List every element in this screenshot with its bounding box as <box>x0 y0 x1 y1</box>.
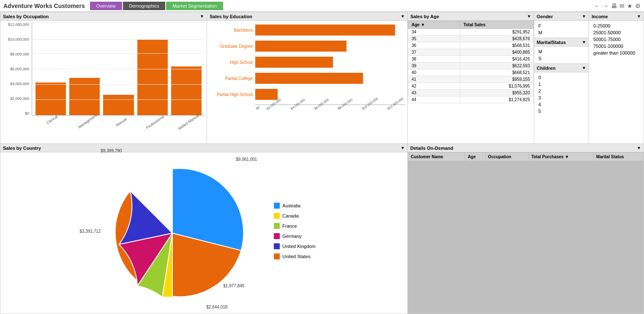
age-table-row[interactable]: 35$428,676 <box>408 36 534 42</box>
age-table-row[interactable]: 42$1,076,995 <box>408 83 534 90</box>
details-col-occupation[interactable]: Occupation <box>485 153 528 161</box>
tab-market-segmentation[interactable]: Market Segmentation <box>166 2 223 10</box>
pie-chart-svg <box>92 153 253 314</box>
legend-item-germany[interactable]: Germany <box>274 233 315 239</box>
sales-by-age-panel: Sales by Age ▼ Age ▼ Total Sales 34$291,… <box>408 12 534 143</box>
bar-professional[interactable] <box>137 39 168 115</box>
favorite-icon[interactable]: ★ <box>627 3 633 9</box>
sales-cell: $400,885 <box>460 49 533 56</box>
legend-item-uk[interactable]: United Kingdom <box>274 243 315 249</box>
legend-color-canada <box>274 213 280 219</box>
occupation-toggle[interactable]: ▼ <box>200 14 204 19</box>
sales-col-header[interactable]: Total Sales <box>460 21 533 29</box>
children-item[interactable]: 1 <box>538 81 585 88</box>
gender-item-m[interactable]: M <box>538 29 585 36</box>
legend-item-france[interactable]: France <box>274 223 315 229</box>
age-table-row[interactable]: 40$668,521 <box>408 69 534 76</box>
details-on-demand-panel: Details On-Demand ▼ Customer Name Age Oc… <box>408 144 644 314</box>
hbar-grad-row: Graduate Degree <box>255 40 406 52</box>
marital-header: MaritalStatus ▼ <box>534 38 589 47</box>
age-table-row[interactable]: 43$955,320 <box>408 90 534 96</box>
legend-item-usa[interactable]: United States <box>274 253 315 259</box>
income-item[interactable]: greater than 100000 <box>592 50 640 56</box>
children-item[interactable]: 2 <box>538 88 585 94</box>
bar-skilled-manual[interactable] <box>171 66 202 115</box>
bar-management[interactable] <box>69 78 100 115</box>
age-table-row[interactable]: 36$568,531 <box>408 42 534 49</box>
age-table-row[interactable]: 38$416,426 <box>408 56 534 63</box>
education-panel-header: Sales by Education ▼ <box>207 12 407 21</box>
y-label-1: $10,000,000 <box>2 37 29 41</box>
legend-label-germany: Germany <box>282 234 301 239</box>
details-col-customer[interactable]: Customer Name <box>408 153 465 161</box>
hbar-hs-row: High School <box>255 56 406 68</box>
children-item[interactable]: 3 <box>538 94 585 101</box>
tab-demographics[interactable]: Demographics <box>123 2 166 10</box>
children-item[interactable]: 4 <box>538 101 585 108</box>
legend-label-australia: Australia <box>282 203 300 208</box>
details-body-area <box>408 161 644 314</box>
children-section: Children ▼ 012345 <box>534 63 589 116</box>
sales-cell: $416,426 <box>460 56 533 63</box>
legend-label-france: France <box>282 223 297 229</box>
settings-icon[interactable]: ⚙ <box>635 3 641 9</box>
pie-label-australia: $9,061,001 <box>236 157 257 162</box>
marital-item-m[interactable]: M <box>538 48 585 55</box>
legend-color-germany <box>274 233 280 239</box>
hbar-phs[interactable] <box>255 89 278 100</box>
sales-cell: $1,274,825 <box>460 96 533 103</box>
legend-color-france <box>274 223 280 229</box>
details-col-marital[interactable]: Marital Status <box>593 153 643 161</box>
forward-icon[interactable]: → <box>603 3 609 9</box>
age-title: Sales by Age <box>410 14 439 19</box>
marital-toggle[interactable]: ▼ <box>582 40 586 44</box>
details-toggle[interactable]: ▼ <box>637 146 641 150</box>
hbar-bachelors[interactable] <box>255 25 395 36</box>
gender-item-f[interactable]: F <box>538 22 585 29</box>
age-cell: 34 <box>408 29 460 36</box>
children-toggle[interactable]: ▼ <box>582 66 586 70</box>
education-toggle[interactable]: ▼ <box>401 14 405 19</box>
income-item[interactable]: 75001-100000 <box>592 43 640 50</box>
gender-toggle[interactable]: ▼ <box>582 14 586 19</box>
email-icon[interactable]: ✉ <box>619 3 625 9</box>
age-cell: 38 <box>408 56 460 63</box>
right-top-panel: Sales by Age ▼ Age ▼ Total Sales 34$291,… <box>408 12 534 144</box>
hbar-grad[interactable] <box>255 41 347 52</box>
app-title: Adventure Works Customers <box>3 3 85 9</box>
details-col-age[interactable]: Age <box>465 153 485 161</box>
back-icon[interactable]: ← <box>594 3 600 9</box>
age-col-header[interactable]: Age ▼ <box>408 21 460 29</box>
income-toggle[interactable]: ▼ <box>637 14 641 19</box>
hbar-pc-label: Partial College <box>210 76 253 81</box>
children-item[interactable]: 0 <box>538 74 585 81</box>
age-cell: 37 <box>408 49 460 56</box>
age-cell: 41 <box>408 76 460 83</box>
legend-item-australia[interactable]: Australia <box>274 203 315 209</box>
income-item[interactable]: 50001-75000 <box>592 36 640 43</box>
bar-manual[interactable] <box>103 95 134 115</box>
marital-item-s[interactable]: S <box>538 55 585 62</box>
children-item[interactable]: 5 <box>538 108 585 115</box>
income-item[interactable]: 25001-50000 <box>592 29 640 36</box>
age-toggle[interactable]: ▼ <box>527 14 531 19</box>
hbar-pc[interactable] <box>255 73 363 84</box>
legend-item-canada[interactable]: Canada <box>274 213 315 219</box>
details-panel-header: Details On-Demand ▼ <box>408 144 644 152</box>
income-item[interactable]: 0-25000 <box>592 22 640 29</box>
tab-overview[interactable]: Overview <box>90 2 122 10</box>
hbar-hs[interactable] <box>255 57 333 68</box>
age-table-row[interactable]: 34$291,952 <box>408 29 534 36</box>
age-table-row[interactable]: 37$400,885 <box>408 49 534 56</box>
children-title: Children <box>537 66 556 71</box>
country-toggle[interactable]: ▼ <box>401 146 405 150</box>
sales-cell: $959,155 <box>460 76 533 83</box>
age-table-row[interactable]: 44$1,274,825 <box>408 96 534 103</box>
details-col-purchases[interactable]: Total Purchases ▼ <box>529 153 594 161</box>
income-title: Income <box>592 14 608 19</box>
sales-cell: $1,076,995 <box>460 83 533 90</box>
age-table-row[interactable]: 39$622,593 <box>408 63 534 69</box>
age-panel-header: Sales by Age ▼ <box>408 12 534 21</box>
print-icon[interactable]: 🖶 <box>611 3 617 9</box>
age-table-row[interactable]: 41$959,155 <box>408 76 534 83</box>
